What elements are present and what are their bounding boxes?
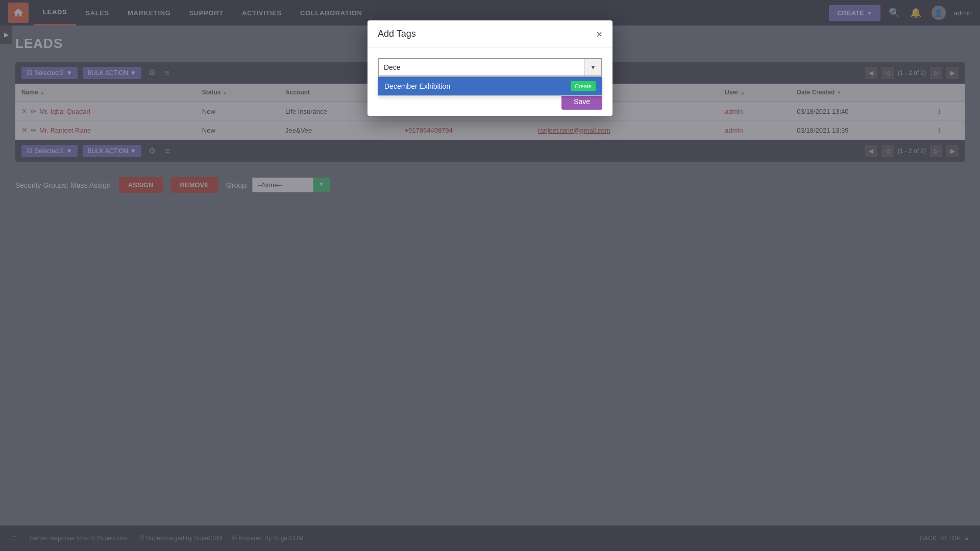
tag-input-row: ▼ <box>378 58 602 77</box>
modal-header: Add Tags × <box>368 20 612 48</box>
dropdown-item-december[interactable]: December Exhibition Create <box>378 77 602 95</box>
modal-close-button[interactable]: × <box>596 29 602 39</box>
tag-input-wrapper: ▼ December Exhibition Create <box>378 58 602 77</box>
modal-body: ▼ December Exhibition Create <box>368 48 612 87</box>
modal-title: Add Tags <box>378 29 416 39</box>
add-tags-modal: Add Tags × ▼ December Exhibition Create … <box>368 20 612 116</box>
create-tag-button[interactable]: Create <box>571 81 596 91</box>
tag-input-dropdown-arrow[interactable]: ▼ <box>584 59 601 76</box>
modal-overlay[interactable]: Add Tags × ▼ December Exhibition Create … <box>0 0 980 551</box>
tag-search-input[interactable] <box>379 59 584 76</box>
tag-dropdown-list: December Exhibition Create <box>378 77 602 96</box>
